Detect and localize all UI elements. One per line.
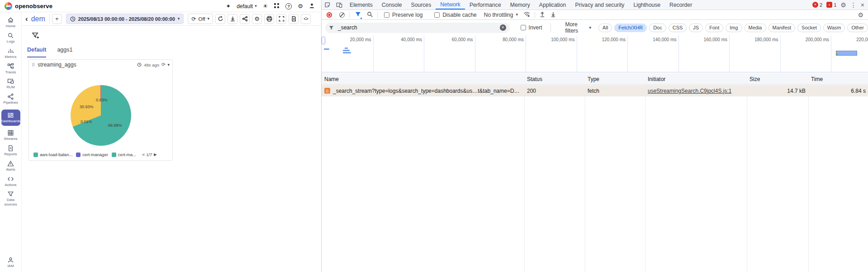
back-icon[interactable]: ‹: [25, 15, 28, 23]
chip-media[interactable]: Media: [745, 24, 766, 32]
column-header-size[interactable]: Size: [747, 74, 808, 84]
sidebar-item-logs[interactable]: Logs: [1, 32, 21, 44]
column-divider[interactable]: [747, 73, 747, 272]
error-badge[interactable]: × 2: [812, 2, 822, 8]
import-har-icon[interactable]: [540, 11, 545, 19]
chip-font[interactable]: Font: [705, 24, 723, 32]
dashboard-settings-button[interactable]: ⚙: [252, 14, 262, 24]
add-tab-button[interactable]: +: [52, 14, 62, 24]
sidebar-item-rum[interactable]: RUM: [1, 78, 21, 90]
logo[interactable]: openobserve: [5, 2, 52, 10]
column-header-name[interactable]: Name: [322, 74, 524, 84]
devtools-tab-console[interactable]: Console: [377, 0, 407, 10]
device-toolbar-icon[interactable]: [333, 0, 345, 10]
filter-icon[interactable]: [355, 11, 361, 19]
more-options-icon[interactable]: ⋮: [850, 2, 857, 8]
refresh-button[interactable]: [215, 14, 225, 24]
devtools-tab-application[interactable]: Application: [535, 0, 571, 10]
chip-fetch-xhr[interactable]: Fetch/XHR: [614, 24, 647, 32]
devtools-tab-network[interactable]: Network: [436, 0, 465, 10]
sidebar-item-pipelines[interactable]: Pipelines: [1, 93, 21, 105]
column-divider[interactable]: [808, 73, 809, 272]
chip-other[interactable]: Other: [847, 24, 868, 32]
print-button[interactable]: [264, 14, 274, 24]
network-overview[interactable]: 20,000 ms 40,000 ms 60,000 ms 80,000 ms …: [322, 35, 868, 72]
clear-filter-icon[interactable]: ×: [500, 24, 506, 31]
apps-grid-icon[interactable]: [274, 3, 280, 10]
tab-default[interactable]: Default: [27, 47, 46, 57]
drag-handle-icon[interactable]: ⠿: [32, 62, 35, 67]
column-divider[interactable]: [524, 73, 525, 272]
devtools-tab-privacy[interactable]: Privacy and security: [570, 0, 629, 10]
clear-network-log-icon[interactable]: [339, 12, 345, 18]
record-network-log-button[interactable]: [327, 12, 332, 18]
export-har-icon[interactable]: [550, 11, 556, 19]
tab-aggs1[interactable]: aggs1: [57, 47, 72, 57]
sidebar-item-data-sources[interactable]: Data sources: [1, 191, 21, 208]
chip-manifest[interactable]: Manifest: [768, 24, 796, 32]
help-icon[interactable]: ?: [285, 3, 292, 10]
column-divider[interactable]: [645, 73, 645, 272]
pie-chart[interactable]: [71, 85, 131, 146]
export-button[interactable]: [228, 14, 237, 24]
sidebar-item-home[interactable]: Home: [1, 17, 21, 29]
user-avatar-icon[interactable]: [309, 3, 315, 10]
date-range-picker[interactable]: 2025/08/13 00:00:00 - 2025/08/20 00:00:0…: [66, 14, 184, 24]
panel-refresh-icon[interactable]: ⟳: [161, 62, 165, 67]
auto-refresh-select[interactable]: ⟳ Off ▾: [188, 14, 213, 24]
network-filter-input[interactable]: _search ×: [325, 23, 510, 33]
more-filters-button[interactable]: More filters ▾: [565, 21, 591, 34]
query-inspector-button[interactable]: <>: [301, 14, 311, 24]
chip-img[interactable]: Img: [726, 24, 742, 32]
sidebar-item-dashboards[interactable]: Dashboards: [1, 110, 20, 126]
search-network-icon[interactable]: [367, 11, 373, 19]
invert-toggle[interactable]: Invert: [521, 24, 542, 31]
devtools-tab-elements[interactable]: Elements: [345, 0, 377, 10]
fullscreen-button[interactable]: [276, 14, 286, 24]
json-view-button[interactable]: [289, 14, 299, 24]
preserve-log-toggle[interactable]: Preserve log: [384, 12, 422, 18]
legend-item[interactable]: cert-ma...: [112, 152, 136, 157]
ai-sparkle-icon[interactable]: ✦: [226, 3, 231, 9]
devtools-tab-recorder[interactable]: Recorder: [665, 0, 697, 10]
legend-prev-icon[interactable]: ◀: [142, 153, 144, 157]
chip-socket[interactable]: Socket: [797, 24, 821, 32]
chip-js[interactable]: JS: [689, 24, 703, 32]
sidebar-item-streams[interactable]: Streams: [1, 129, 21, 141]
preserve-log-checkbox[interactable]: [384, 12, 389, 18]
issues-badge[interactable]: ▪ 1: [826, 2, 836, 8]
throttling-select[interactable]: No throttling ▾: [484, 12, 518, 18]
column-header-time[interactable]: Time: [808, 74, 868, 84]
panel-menu-icon[interactable]: ▾: [167, 63, 170, 67]
network-conditions-icon[interactable]: [523, 11, 530, 19]
legend-item[interactable]: cert-manager: [76, 152, 108, 157]
invert-checkbox[interactable]: [521, 25, 526, 30]
devtools-tab-sources[interactable]: Sources: [407, 0, 436, 10]
sidebar-item-traces[interactable]: Traces: [1, 63, 21, 75]
disable-cache-toggle[interactable]: Disable cache: [434, 12, 476, 18]
column-header-type[interactable]: Type: [585, 74, 645, 84]
inspect-element-icon[interactable]: [322, 0, 333, 10]
sidebar-item-metrics[interactable]: Metrics: [1, 48, 21, 59]
overview-range-handle[interactable]: [322, 37, 325, 44]
sidebar-item-iam[interactable]: IAM: [1, 257, 21, 268]
devtools-settings-icon[interactable]: ⚙: [840, 2, 846, 8]
devtools-tab-memory[interactable]: Memory: [506, 0, 535, 10]
sidebar-item-actions[interactable]: Actions: [1, 176, 21, 187]
column-header-initiator[interactable]: Initiator: [645, 74, 747, 84]
devtools-tab-lighthouse[interactable]: Lighthouse: [629, 0, 665, 10]
legend-item[interactable]: aws-load-balan...: [33, 152, 72, 157]
theme-toggle-icon[interactable]: ☀: [263, 3, 268, 9]
add-filter-button[interactable]: [32, 32, 39, 41]
chip-doc[interactable]: Doc: [649, 24, 666, 32]
chip-css[interactable]: CSS: [669, 24, 687, 32]
request-name-cell[interactable]: () _search_stream?type=logs&search_type=…: [322, 85, 524, 96]
settings-gear-icon[interactable]: ⚙: [298, 3, 303, 9]
org-selector[interactable]: default ▾: [237, 3, 257, 10]
initiator-link[interactable]: useStreamingSearch.C9jpcl4S.js:1: [648, 88, 731, 94]
sidebar-item-reports[interactable]: Reports: [1, 145, 21, 157]
chip-all[interactable]: All: [598, 24, 612, 32]
legend-next-icon[interactable]: ▶: [154, 153, 157, 157]
column-header-status[interactable]: Status: [524, 74, 585, 84]
sidebar-item-alerts[interactable]: Alerts: [1, 160, 21, 172]
